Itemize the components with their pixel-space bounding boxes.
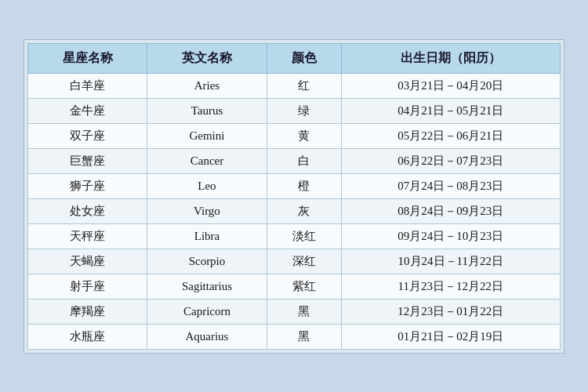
header-color: 颜色 [267,43,341,73]
table-row: 天蝎座Scorpio深红10月24日－11月22日 [28,249,561,274]
cell-color: 橙 [267,173,341,198]
header-english-name: 英文名称 [147,43,267,73]
cell-english-name: Libra [147,223,267,249]
table-row: 射手座Sagittarius紫红11月23日－12月22日 [28,274,561,299]
cell-color: 黄 [267,123,341,148]
cell-english-name: Gemini [147,123,267,148]
cell-color: 红 [267,73,341,98]
table-row: 水瓶座Aquarius黑01月21日－02月19日 [28,324,561,349]
cell-color: 紫红 [267,274,341,299]
cell-chinese-name: 双子座 [28,123,147,148]
table-body: 白羊座Aries红03月21日－04月20日金牛座Taurus绿04月21日－0… [28,73,561,349]
cell-chinese-name: 处女座 [28,198,147,223]
cell-color: 灰 [267,198,341,223]
cell-chinese-name: 巨蟹座 [28,148,147,173]
zodiac-table: 星座名称 英文名称 颜色 出生日期（阳历） 白羊座Aries红03月21日－04… [27,43,561,350]
cell-english-name: Aquarius [147,324,267,349]
table-row: 金牛座Taurus绿04月21日－05月21日 [28,98,561,123]
cell-dates: 04月21日－05月21日 [341,98,560,123]
header-chinese-name: 星座名称 [28,43,147,73]
cell-chinese-name: 水瓶座 [28,324,147,349]
cell-english-name: Cancer [147,148,267,173]
cell-chinese-name: 天蝎座 [28,249,147,274]
cell-dates: 10月24日－11月22日 [341,249,560,274]
cell-dates: 03月21日－04月20日 [341,73,560,98]
cell-english-name: Sagittarius [147,274,267,299]
table-row: 巨蟹座Cancer白06月22日－07月23日 [28,148,561,173]
cell-english-name: Scorpio [147,249,267,274]
cell-chinese-name: 摩羯座 [28,299,147,324]
cell-dates: 11月23日－12月22日 [341,274,560,299]
cell-dates: 01月21日－02月19日 [341,324,560,349]
table-row: 狮子座Leo橙07月24日－08月23日 [28,173,561,198]
cell-color: 绿 [267,98,341,123]
cell-english-name: Leo [147,173,267,198]
cell-english-name: Virgo [147,198,267,223]
cell-chinese-name: 射手座 [28,274,147,299]
table-header-row: 星座名称 英文名称 颜色 出生日期（阳历） [28,43,561,73]
cell-color: 黑 [267,324,341,349]
cell-color: 黑 [267,299,341,324]
table-row: 摩羯座Capricorn黑12月23日－01月22日 [28,299,561,324]
cell-english-name: Taurus [147,98,267,123]
cell-dates: 05月22日－06月21日 [341,123,560,148]
header-dates: 出生日期（阳历） [341,43,560,73]
table-row: 处女座Virgo灰08月24日－09月23日 [28,198,561,223]
cell-dates: 08月24日－09月23日 [341,198,560,223]
cell-dates: 09月24日－10月23日 [341,223,560,249]
cell-color: 淡红 [267,223,341,249]
cell-english-name: Capricorn [147,299,267,324]
table-row: 天秤座Libra淡红09月24日－10月23日 [28,223,561,249]
cell-dates: 07月24日－08月23日 [341,173,560,198]
cell-dates: 12月23日－01月22日 [341,299,560,324]
cell-chinese-name: 金牛座 [28,98,147,123]
table-row: 白羊座Aries红03月21日－04月20日 [28,73,561,98]
zodiac-table-container: 星座名称 英文名称 颜色 出生日期（阳历） 白羊座Aries红03月21日－04… [24,39,564,354]
cell-color: 白 [267,148,341,173]
cell-chinese-name: 狮子座 [28,173,147,198]
cell-english-name: Aries [147,73,267,98]
cell-dates: 06月22日－07月23日 [341,148,560,173]
cell-chinese-name: 天秤座 [28,223,147,249]
cell-color: 深红 [267,249,341,274]
table-row: 双子座Gemini黄05月22日－06月21日 [28,123,561,148]
cell-chinese-name: 白羊座 [28,73,147,98]
